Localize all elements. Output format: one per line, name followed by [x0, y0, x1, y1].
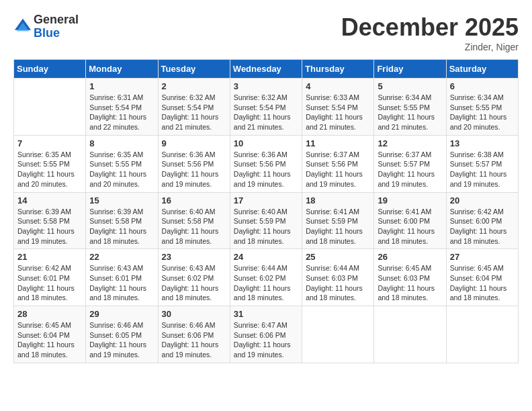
- day-number: 31: [234, 309, 298, 319]
- day-number: 30: [162, 309, 226, 319]
- calendar-cell: 17Sunrise: 6:40 AMSunset: 5:59 PMDayligh…: [230, 192, 302, 249]
- day-info: Sunrise: 6:46 AMSunset: 6:06 PMDaylight:…: [162, 320, 226, 360]
- day-number: 7: [17, 138, 82, 148]
- day-info: Sunrise: 6:39 AMSunset: 5:58 PMDaylight:…: [89, 207, 154, 246]
- calendar-cell: [446, 306, 518, 363]
- day-number: 26: [378, 252, 442, 262]
- day-info: Sunrise: 6:47 AMSunset: 6:06 PMDaylight:…: [234, 320, 298, 360]
- calendar-cell: 22Sunrise: 6:43 AMSunset: 6:01 PMDayligh…: [86, 249, 158, 306]
- day-number: 20: [450, 195, 515, 205]
- day-info: Sunrise: 6:41 AMSunset: 5:59 PMDaylight:…: [306, 207, 370, 246]
- day-info: Sunrise: 6:41 AMSunset: 6:00 PMDaylight:…: [378, 207, 442, 246]
- day-info: Sunrise: 6:42 AMSunset: 6:01 PMDaylight:…: [17, 263, 82, 303]
- day-number: 28: [17, 309, 82, 319]
- calendar-cell: 18Sunrise: 6:41 AMSunset: 5:59 PMDayligh…: [302, 192, 374, 249]
- day-info: Sunrise: 6:36 AMSunset: 5:56 PMDaylight:…: [162, 150, 226, 189]
- day-number: 15: [89, 195, 154, 205]
- calendar-week-row: 7Sunrise: 6:35 AMSunset: 5:55 PMDaylight…: [14, 135, 519, 192]
- day-number: 25: [306, 252, 370, 262]
- calendar-cell: 29Sunrise: 6:46 AMSunset: 6:05 PMDayligh…: [86, 306, 158, 363]
- calendar-table: SundayMondayTuesdayWednesdayThursdayFrid…: [13, 59, 519, 363]
- calendar-day-header: Sunday: [14, 60, 86, 79]
- calendar-cell: 11Sunrise: 6:37 AMSunset: 5:56 PMDayligh…: [302, 135, 374, 192]
- calendar-cell: 27Sunrise: 6:45 AMSunset: 6:04 PMDayligh…: [446, 249, 518, 306]
- day-number: 1: [89, 81, 154, 91]
- day-number: 18: [306, 195, 370, 205]
- day-number: 17: [234, 195, 298, 205]
- day-info: Sunrise: 6:34 AMSunset: 5:55 PMDaylight:…: [450, 93, 515, 132]
- day-info: Sunrise: 6:44 AMSunset: 6:02 PMDaylight:…: [234, 263, 298, 303]
- calendar-cell: 8Sunrise: 6:35 AMSunset: 5:55 PMDaylight…: [86, 135, 158, 192]
- logo-icon: [13, 17, 32, 36]
- calendar-cell: 3Sunrise: 6:32 AMSunset: 5:54 PMDaylight…: [230, 79, 302, 136]
- calendar-cell: 1Sunrise: 6:31 AMSunset: 5:54 PMDaylight…: [86, 79, 158, 136]
- day-number: 9: [162, 138, 226, 148]
- calendar-day-header: Wednesday: [230, 60, 302, 79]
- day-number: 13: [450, 138, 515, 148]
- location-subtitle: Zinder, Niger: [341, 42, 519, 52]
- day-number: 8: [89, 138, 154, 148]
- calendar-cell: 21Sunrise: 6:42 AMSunset: 6:01 PMDayligh…: [14, 249, 86, 306]
- day-info: Sunrise: 6:31 AMSunset: 5:54 PMDaylight:…: [89, 93, 154, 132]
- calendar-cell: 20Sunrise: 6:42 AMSunset: 6:00 PMDayligh…: [446, 192, 518, 249]
- page-header: General Blue December 2025 Zinder, Niger: [13, 13, 519, 52]
- calendar-cell: 6Sunrise: 6:34 AMSunset: 5:55 PMDaylight…: [446, 79, 518, 136]
- day-number: 24: [234, 252, 298, 262]
- calendar-cell: 30Sunrise: 6:46 AMSunset: 6:06 PMDayligh…: [158, 306, 230, 363]
- day-info: Sunrise: 6:43 AMSunset: 6:01 PMDaylight:…: [89, 263, 154, 303]
- calendar-day-header: Tuesday: [158, 60, 230, 79]
- day-number: 29: [89, 309, 154, 319]
- calendar-day-header: Thursday: [302, 60, 374, 79]
- logo-general-text: General: [34, 13, 79, 27]
- day-number: 2: [162, 81, 226, 91]
- calendar-cell: 4Sunrise: 6:33 AMSunset: 5:54 PMDaylight…: [302, 79, 374, 136]
- day-number: 6: [450, 81, 515, 91]
- day-info: Sunrise: 6:37 AMSunset: 5:57 PMDaylight:…: [378, 150, 442, 189]
- calendar-cell: 9Sunrise: 6:36 AMSunset: 5:56 PMDaylight…: [158, 135, 230, 192]
- day-number: 5: [378, 81, 442, 91]
- day-info: Sunrise: 6:34 AMSunset: 5:55 PMDaylight:…: [378, 93, 442, 132]
- day-info: Sunrise: 6:43 AMSunset: 6:02 PMDaylight:…: [162, 263, 226, 303]
- calendar-day-header: Monday: [86, 60, 158, 79]
- day-number: 22: [89, 252, 154, 262]
- day-info: Sunrise: 6:32 AMSunset: 5:54 PMDaylight:…: [234, 93, 298, 132]
- calendar-cell: [14, 79, 86, 136]
- calendar-cell: 16Sunrise: 6:40 AMSunset: 5:58 PMDayligh…: [158, 192, 230, 249]
- day-info: Sunrise: 6:44 AMSunset: 6:03 PMDaylight:…: [306, 263, 370, 303]
- calendar-week-row: 21Sunrise: 6:42 AMSunset: 6:01 PMDayligh…: [14, 249, 519, 306]
- calendar-cell: [302, 306, 374, 363]
- day-info: Sunrise: 6:42 AMSunset: 6:00 PMDaylight:…: [450, 207, 515, 246]
- calendar-cell: 5Sunrise: 6:34 AMSunset: 5:55 PMDaylight…: [374, 79, 446, 136]
- calendar-day-header: Friday: [374, 60, 446, 79]
- day-info: Sunrise: 6:32 AMSunset: 5:54 PMDaylight:…: [162, 93, 226, 132]
- day-info: Sunrise: 6:45 AMSunset: 6:03 PMDaylight:…: [378, 263, 442, 303]
- calendar-cell: 10Sunrise: 6:36 AMSunset: 5:56 PMDayligh…: [230, 135, 302, 192]
- day-info: Sunrise: 6:45 AMSunset: 6:04 PMDaylight:…: [17, 320, 82, 360]
- calendar-week-row: 28Sunrise: 6:45 AMSunset: 6:04 PMDayligh…: [14, 306, 519, 363]
- title-block: December 2025 Zinder, Niger: [341, 13, 519, 52]
- day-number: 16: [162, 195, 226, 205]
- calendar-header-row: SundayMondayTuesdayWednesdayThursdayFrid…: [14, 60, 519, 79]
- calendar-cell: 31Sunrise: 6:47 AMSunset: 6:06 PMDayligh…: [230, 306, 302, 363]
- day-number: 4: [306, 81, 370, 91]
- calendar-cell: 28Sunrise: 6:45 AMSunset: 6:04 PMDayligh…: [14, 306, 86, 363]
- calendar-cell: 13Sunrise: 6:38 AMSunset: 5:57 PMDayligh…: [446, 135, 518, 192]
- calendar-cell: 14Sunrise: 6:39 AMSunset: 5:58 PMDayligh…: [14, 192, 86, 249]
- day-number: 11: [306, 138, 370, 148]
- day-number: 27: [450, 252, 515, 262]
- day-info: Sunrise: 6:40 AMSunset: 5:59 PMDaylight:…: [234, 207, 298, 246]
- day-info: Sunrise: 6:38 AMSunset: 5:57 PMDaylight:…: [450, 150, 515, 189]
- calendar-cell: 19Sunrise: 6:41 AMSunset: 6:00 PMDayligh…: [374, 192, 446, 249]
- calendar-cell: 2Sunrise: 6:32 AMSunset: 5:54 PMDaylight…: [158, 79, 230, 136]
- day-info: Sunrise: 6:39 AMSunset: 5:58 PMDaylight:…: [17, 207, 82, 246]
- calendar-cell: 26Sunrise: 6:45 AMSunset: 6:03 PMDayligh…: [374, 249, 446, 306]
- day-number: 10: [234, 138, 298, 148]
- day-info: Sunrise: 6:36 AMSunset: 5:56 PMDaylight:…: [234, 150, 298, 189]
- day-number: 23: [162, 252, 226, 262]
- calendar-cell: 25Sunrise: 6:44 AMSunset: 6:03 PMDayligh…: [302, 249, 374, 306]
- day-info: Sunrise: 6:46 AMSunset: 6:05 PMDaylight:…: [89, 320, 154, 360]
- calendar-week-row: 1Sunrise: 6:31 AMSunset: 5:54 PMDaylight…: [14, 79, 519, 136]
- day-number: 12: [378, 138, 442, 148]
- day-info: Sunrise: 6:33 AMSunset: 5:54 PMDaylight:…: [306, 93, 370, 132]
- calendar-cell: [374, 306, 446, 363]
